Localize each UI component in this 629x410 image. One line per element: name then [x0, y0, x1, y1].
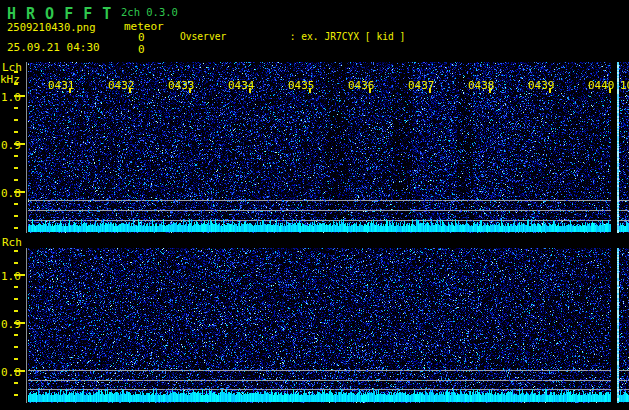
lch-tick-1.0: 1.0 — [1, 91, 23, 104]
freq-minor-tick — [14, 155, 18, 157]
datetime-label: 25.09.21 04:30 — [7, 41, 100, 54]
observer-line: Ovserver : ex. JR7CYX [ kid ] — [180, 30, 619, 44]
freq-minor-tick — [14, 358, 18, 360]
freq-major-tick — [14, 95, 25, 97]
freq-minor-tick — [14, 227, 18, 229]
freq-minor-tick — [14, 334, 18, 336]
rch-tick-1.0: 1.0 — [1, 270, 23, 283]
lch-axis-line — [26, 62, 27, 233]
freq-major-tick — [14, 191, 25, 193]
freq-major-tick — [14, 370, 25, 372]
rch-axis-line — [26, 248, 27, 403]
minute-tick — [249, 88, 251, 93]
lch-tick-0.8: 0.8 — [1, 187, 23, 200]
minute-tick — [309, 88, 311, 93]
freq-major-tick — [14, 274, 25, 276]
freq-minor-tick — [14, 310, 18, 312]
freq-minor-tick — [14, 250, 18, 252]
freq-minor-tick — [14, 262, 18, 264]
freq-minor-tick — [14, 346, 18, 348]
freq-major-tick — [14, 143, 25, 145]
rch-meteor-count: 0 — [138, 43, 145, 56]
minute-tick — [189, 88, 191, 93]
freq-minor-tick — [14, 167, 18, 169]
freq-minor-tick — [14, 394, 18, 396]
freq-minor-tick — [14, 83, 18, 85]
freq-minor-tick — [14, 286, 18, 288]
freq-minor-tick — [14, 179, 18, 181]
app-version: 2ch 0.3.0 — [121, 6, 178, 18]
minute-tick — [609, 88, 611, 93]
freq-minor-tick — [14, 119, 18, 121]
freq-major-tick — [14, 322, 25, 324]
minute-tick — [369, 88, 371, 93]
minute-tick — [69, 88, 71, 93]
time-label-clipped: 10 — [620, 79, 629, 92]
lch-tick-0.9: 0.9 — [1, 139, 23, 152]
freq-minor-tick — [14, 107, 18, 109]
freq-minor-tick — [14, 382, 18, 384]
output-filename: 2509210430.png — [7, 21, 96, 33]
freq-minor-tick — [14, 203, 18, 205]
hrofft-screen: H R O F F T 2ch 0.3.0 2509210430.png met… — [0, 0, 629, 410]
freq-minor-tick — [14, 131, 18, 133]
freq-minor-tick — [14, 298, 18, 300]
minute-tick — [129, 88, 131, 93]
freq-minor-tick — [14, 71, 18, 73]
minute-tick — [429, 88, 431, 93]
minute-tick — [489, 88, 491, 93]
minute-tick — [549, 88, 551, 93]
rch-panel-label: Rch — [2, 236, 22, 249]
freq-minor-tick — [14, 215, 18, 217]
rch-tick-0.8: 0.8 — [1, 366, 23, 379]
rch-spectrogram — [28, 248, 629, 403]
rch-tick-0.9: 0.9 — [1, 318, 23, 331]
